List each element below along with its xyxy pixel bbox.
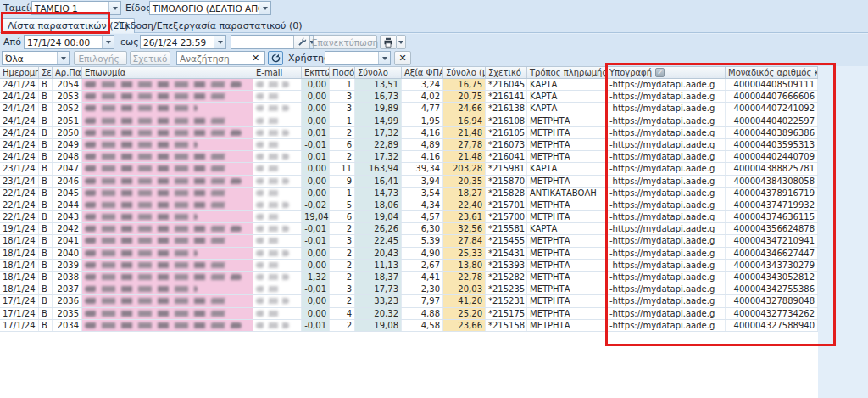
- from-date-select[interactable]: 17/1/24 00:00: [24, 35, 114, 49]
- cell-total: 18,37: [355, 272, 402, 283]
- chevron-down-icon[interactable]: [102, 36, 114, 48]
- table-row[interactable]: 24/1/24 15 Β 2054 0,00 1 13,51 3,24 16,7…: [0, 79, 818, 91]
- table-row[interactable]: 18/1/24 12 Β 2039 0,00 2 11,13 2,67 13,8…: [0, 260, 818, 272]
- cell-related: *216105: [486, 127, 527, 138]
- table-row[interactable]: 24/1/24 11 Β 2051 0,00 1 14,99 1,95 16,9…: [0, 115, 818, 127]
- col-header-payment[interactable]: Τρόπος πληρωμής: [527, 67, 607, 78]
- cell-series: Β: [39, 260, 53, 271]
- redaction-scribble: [85, 105, 198, 111]
- col-header-unique-id[interactable]: Μοναδικός αριθμός καταχώρησης: [726, 67, 818, 78]
- print-options-button[interactable]: [396, 35, 406, 49]
- col-header-company[interactable]: Επωνυμία: [82, 67, 253, 78]
- cell-payment-method: ΜΕΤΡΗΤΑ: [527, 320, 607, 331]
- cell-series: Β: [39, 283, 53, 294]
- cell-company-redacted: [82, 127, 253, 138]
- table-row[interactable]: 23/1/24 13 Β 2047 0,00 11 163,94 39,34 2…: [0, 163, 818, 175]
- col-header-total[interactable]: Σύνολο: [355, 67, 402, 78]
- cell-total: 16,41: [355, 176, 402, 187]
- table-row[interactable]: 24/1/24 11 Β 2049 -0,01 6 22,89 4,89 27,…: [0, 139, 818, 151]
- tools-button[interactable]: [293, 35, 310, 49]
- col-header-series[interactable]: Σειρ: [39, 67, 53, 78]
- cell-quantity: 2: [330, 295, 355, 306]
- table-row[interactable]: 24/1/24 14 Β 2052 0,00 3 19,89 4,77 24,6…: [0, 103, 818, 115]
- scope-select[interactable]: Όλα: [2, 51, 70, 65]
- cell-series: Β: [39, 163, 53, 174]
- table-row[interactable]: 18/1/24 15 Β 2040 0,00 2 20,43 4,90 25,3…: [0, 248, 818, 260]
- chevron-down-icon[interactable]: [108, 2, 120, 14]
- table-row[interactable]: 17/1/24 12 Β 2036 0,00 2 33,23 7,97 41,2…: [0, 295, 818, 307]
- refresh-button[interactable]: [268, 51, 283, 65]
- table-row[interactable]: 22/1/24 16 Β 2045 0,00 1 14,73 3,54 18,2…: [0, 188, 818, 199]
- cell-company-redacted: [82, 235, 253, 246]
- cell-signature-url: -https://mydatapi.aade.g: [607, 235, 726, 246]
- table-row[interactable]: 23/1/24 09 Β 2046 0,00 9 16,41 3,94 20,3…: [0, 176, 818, 188]
- user-select[interactable]: [325, 51, 391, 65]
- tab-strip: Λίστα παραστατικών (21) Έκδοση/Επεξεργασ…: [0, 16, 868, 33]
- table-row[interactable]: 18/1/24 16 Β 2041 -0,01 3 22,45 5,39 27,…: [0, 235, 818, 247]
- redaction-scribble: [85, 202, 231, 208]
- cell-related: *216141: [486, 91, 527, 102]
- reprint-button[interactable]: Επανεκτύπωση: [313, 35, 377, 49]
- cell-payment-method: ΜΕΤΡΗΤΑ: [527, 115, 607, 126]
- cell-related: *216045: [486, 79, 527, 90]
- col-header-signature[interactable]: Υπογραφή ✓: [607, 67, 726, 78]
- cashier-select[interactable]: ΤΑΜΕΙΟ 1: [31, 1, 121, 15]
- table-row[interactable]: 19/1/24 14 Β 2042 -0,01 2 26,26 6,30 32,…: [0, 223, 818, 235]
- col-header-date[interactable]: Ημερομηνία: [0, 67, 39, 78]
- col-header-discount[interactable]: Εκπτώσ: [302, 67, 330, 78]
- table-row[interactable]: 24/1/24 14 Β 2053 0,00 3 16,73 4,02 20,7…: [0, 91, 818, 103]
- col-header-related[interactable]: Σχετικό: [486, 67, 527, 78]
- table-row[interactable]: 18/1/24 11 Β 2038 1,32 2 18,37 4,41 22,7…: [0, 272, 818, 283]
- table-row[interactable]: 22/1/24 12 Β 2044 -0,02 5 18,06 4,34 22,…: [0, 199, 818, 211]
- cell-unique-id: 400004374719932: [726, 199, 818, 210]
- to-date-select[interactable]: 26/1/24 23:59: [140, 35, 226, 49]
- cell-total-with-vat: 41,20: [443, 295, 486, 306]
- search-input[interactable]: [177, 53, 249, 64]
- col-header-vat[interactable]: Αξία ΦΠΑ: [402, 67, 443, 78]
- cell-email-redacted: [253, 283, 302, 294]
- cell-docnumber: 2038: [53, 272, 82, 283]
- cell-vat: 5,39: [402, 235, 443, 246]
- chevron-down-icon[interactable]: [259, 2, 270, 14]
- cell-total: 22,45: [355, 235, 402, 246]
- table-row[interactable]: 17/1/24 12 Β 2034 -0,01 2 19,08 4,58 23,…: [0, 320, 818, 332]
- cell-series: Β: [39, 308, 53, 319]
- cell-quantity: 2: [330, 272, 355, 283]
- chevron-down-icon[interactable]: [57, 52, 69, 64]
- cell-unique-id: 400004374636115: [726, 211, 818, 222]
- cell-email-redacted: [253, 260, 302, 271]
- cell-unique-id: 400004378916719: [726, 188, 818, 199]
- options-button[interactable]: Επιλογής: [74, 51, 127, 65]
- table-row[interactable]: 24/1/24 10 Β 2048 0,01 2 17,32 4,16 21,4…: [0, 151, 818, 163]
- cell-discount: -0,01: [302, 235, 330, 246]
- cell-payment-method: ΜΕΤΡΗΤΑ: [527, 248, 607, 259]
- table-row[interactable]: 22/1/24 12 Β 2043 19,04 6 19,04 4,57 23,…: [0, 211, 818, 223]
- tab-issue-edit[interactable]: Έκδοση/Επεξεργασία παραστατικού (0): [113, 18, 308, 33]
- chevron-down-icon[interactable]: [378, 52, 390, 64]
- col-header-total-with-vat[interactable]: Σύνολο (με Φ: [443, 67, 486, 78]
- clear-user-button[interactable]: ✕: [394, 51, 411, 65]
- cell-signature-url: -https://mydatapi.aade.g: [607, 260, 726, 271]
- table-row[interactable]: 17/1/24 12 Β 2035 0,00 4 20,32 4,88 25,2…: [0, 308, 818, 320]
- cell-vat: 4,34: [402, 199, 443, 210]
- table-row[interactable]: 18/1/24 11 Β 2037 -0,01 3 17,73 2,30 20,…: [0, 283, 818, 295]
- col-header-quantity[interactable]: Ποσότ: [330, 67, 355, 78]
- column-filter-check-icon[interactable]: ✓: [655, 68, 665, 77]
- cell-quantity: 9: [330, 176, 355, 187]
- user-label: Χρήστης: [288, 53, 330, 64]
- chevron-down-icon[interactable]: [214, 36, 225, 48]
- doc-type-select[interactable]: ΤΙΜΟΛΟΓΙΟ (ΔΕΛΤΙΟ ΑΠΟΣΤΟΛΗΣ Ε: [149, 1, 271, 15]
- cell-signature-url: -https://mydatapi.aade.g: [607, 283, 726, 294]
- print-button[interactable]: [380, 35, 397, 49]
- cell-total: 14,73: [355, 188, 402, 199]
- cell-quantity: 4: [330, 308, 355, 319]
- clear-search-icon[interactable]: ✕: [249, 53, 262, 63]
- redaction-scribble: [85, 298, 231, 304]
- table-row[interactable]: 24/1/24 11 Β 2050 0,01 2 17,32 4,16 21,4…: [0, 127, 818, 139]
- col-header-docnumber[interactable]: Αρ.Παρ: [53, 67, 82, 78]
- related-button[interactable]: Σχετικό: [130, 51, 170, 65]
- cell-date: 23/1/24 09: [0, 176, 39, 187]
- cell-unique-id: 400004407666606: [726, 91, 818, 102]
- col-header-email[interactable]: E-mail: [253, 67, 302, 78]
- cell-total-with-vat: 25,20: [443, 308, 486, 319]
